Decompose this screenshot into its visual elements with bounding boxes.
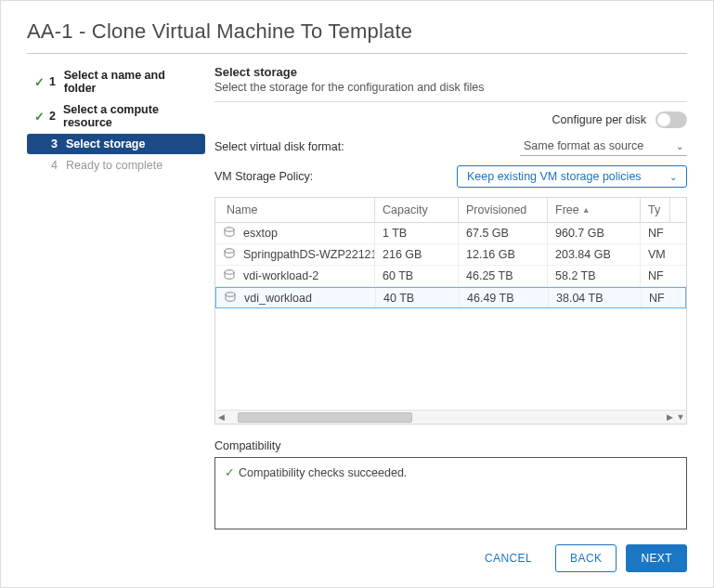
wizard-step-storage[interactable]: 3 Select storage	[27, 134, 205, 154]
storage-policy-label: VM Storage Policy:	[214, 170, 313, 183]
col-free[interactable]: Free	[548, 198, 641, 222]
col-provisioned[interactable]: Provisioned	[459, 198, 548, 222]
datastore-icon	[223, 268, 236, 281]
table-row[interactable]: SpringpathDS-WZP22121... 216 GB 12.16 GB…	[215, 244, 686, 266]
configure-per-disk-row: Configure per disk	[214, 111, 687, 128]
divider	[214, 101, 687, 102]
scroll-thumb[interactable]	[238, 412, 412, 423]
scroll-left-icon[interactable]: ◀	[215, 412, 227, 422]
scroll-right-icon[interactable]: ▶	[664, 412, 675, 422]
configure-per-disk-label: Configure per disk	[552, 113, 646, 126]
datastore-icon	[223, 226, 236, 239]
wizard-steps: ✓ 1 Select a name and folder ✓ 2 Select …	[27, 65, 205, 529]
col-name[interactable]: Name	[215, 198, 375, 222]
table-row[interactable]: vdi_workload 40 TB 46.49 TB 38.04 TB NF	[215, 287, 686, 308]
svg-point-1	[225, 249, 234, 253]
next-button[interactable]: NEXT	[626, 544, 687, 572]
configure-per-disk-toggle[interactable]	[656, 111, 687, 128]
storage-policy-select[interactable]: Keep existing VM storage policies ⌄	[457, 165, 687, 188]
compatibility-message: Compatibility checks succeeded.	[239, 466, 407, 479]
dialog-title: AA-1 - Clone Virtual Machine To Template	[27, 20, 687, 44]
datastore-table: Name Capacity Provisioned Free Ty esxtop…	[214, 197, 687, 425]
col-type[interactable]: Ty	[641, 198, 670, 222]
wizard-step-ready: 4 Ready to complete	[27, 155, 205, 176]
compatibility-box: ✓Compatibility checks succeeded.	[214, 457, 687, 529]
section-subtitle: Select the storage for the configuration…	[214, 81, 687, 94]
horizontal-scrollbar[interactable]: ◀ ▶ ▼	[215, 410, 686, 424]
disk-format-select[interactable]: Same format as source ⌄	[520, 137, 687, 156]
check-icon: ✓	[34, 110, 45, 124]
cancel-button[interactable]: CANCEL	[471, 545, 546, 571]
wizard-step-compute[interactable]: ✓ 2 Select a compute resource	[27, 99, 205, 133]
disk-format-label: Select virtual disk format:	[214, 140, 344, 153]
svg-point-3	[226, 293, 235, 296]
dialog-content: ✓ 1 Select a name and folder ✓ 2 Select …	[27, 65, 687, 529]
section-title: Select storage	[214, 65, 687, 79]
wizard-step-name-folder[interactable]: ✓ 1 Select a name and folder	[27, 65, 205, 98]
datastore-icon	[223, 247, 236, 260]
col-capacity[interactable]: Capacity	[375, 198, 459, 222]
compatibility-label: Compatibility	[214, 439, 687, 452]
check-icon: ✓	[225, 466, 235, 479]
chevron-down-icon: ⌄	[669, 172, 677, 182]
svg-point-0	[225, 228, 234, 231]
table-header: Name Capacity Provisioned Free Ty	[215, 198, 686, 223]
check-icon: ✓	[34, 75, 45, 89]
chevron-down-icon[interactable]: ▼	[675, 412, 686, 422]
disk-format-row: Select virtual disk format: Same format …	[214, 137, 687, 156]
back-button[interactable]: BACK	[555, 544, 617, 572]
clone-vm-dialog: AA-1 - Clone Virtual Machine To Template…	[0, 0, 714, 588]
chevron-down-icon: ⌄	[676, 141, 683, 151]
table-body: esxtop 1 TB 67.5 GB 960.7 GB NF Springpa…	[215, 223, 686, 410]
dialog-footer: CANCEL BACK NEXT	[471, 544, 687, 572]
datastore-icon	[224, 291, 237, 304]
storage-policy-row: VM Storage Policy: Keep existing VM stor…	[214, 165, 687, 188]
main-panel: Select storage Select the storage for th…	[214, 65, 687, 529]
table-row[interactable]: vdi-workload-2 60 TB 46.25 TB 58.2 TB NF	[215, 266, 686, 287]
divider	[27, 53, 687, 54]
table-row[interactable]: esxtop 1 TB 67.5 GB 960.7 GB NF	[215, 223, 686, 244]
svg-point-2	[225, 270, 234, 274]
